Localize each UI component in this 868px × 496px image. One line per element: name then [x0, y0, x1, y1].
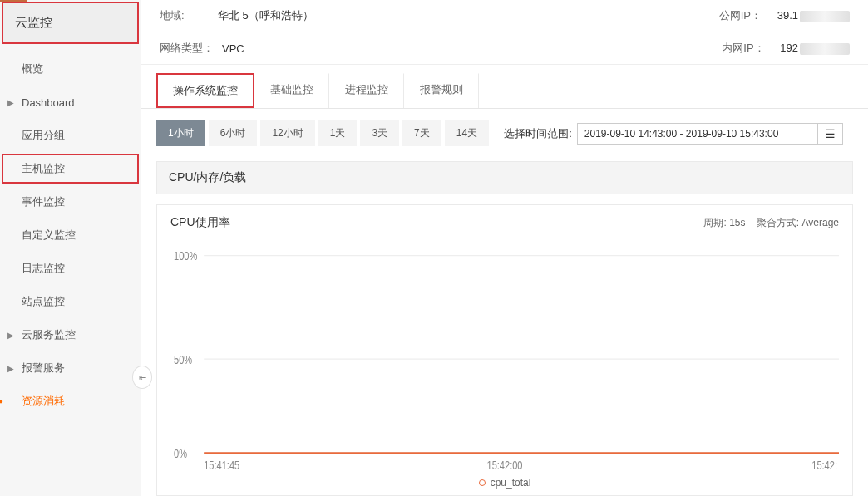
sidebar-item-alarm[interactable]: ▶ 报警服务 [0, 351, 141, 385]
chart-legend: cpu_total [170, 472, 839, 489]
sidebar-collapse-icon[interactable]: ⇤ [132, 366, 152, 389]
range-3d[interactable]: 3天 [360, 120, 399, 146]
sidebar-item-appgroup[interactable]: ▶ 应用分组 [0, 119, 141, 152]
sidebar-item-label: 应用分组 [22, 128, 65, 143]
legend-dot-icon [479, 479, 486, 486]
public-ip-value: 39.1 [777, 9, 850, 22]
network-value: VPC [222, 42, 244, 55]
redacted-block [800, 43, 850, 55]
caret-icon: ▶ [7, 98, 15, 107]
time-range-controls: 1小时 6小时 12小时 1天 3天 7天 14天 选择时间范围: ☰ [141, 109, 868, 153]
sidebar-item-log[interactable]: ▶ 日志监控 [0, 252, 141, 285]
redacted-block [800, 11, 850, 22]
sidebar-item-host-monitor[interactable]: ▶ 主机监控 [0, 152, 141, 185]
caret-icon: ▶ [7, 331, 15, 340]
range-12h[interactable]: 12小时 [260, 120, 314, 146]
legend-label: cpu_total [491, 477, 531, 489]
region-value: 华北 5（呼和浩特） [218, 8, 313, 23]
public-ip-label: 公网IP： [719, 8, 769, 23]
caret-icon: ▶ [7, 364, 15, 373]
network-label: 网络类型： [160, 41, 214, 56]
range-7d[interactable]: 7天 [402, 120, 441, 146]
tab-basic-monitor[interactable]: 基础监控 [254, 73, 329, 108]
sidebar-title: 云监控 [2, 2, 139, 44]
sidebar-item-site[interactable]: ▶ 站点监控 [0, 285, 141, 318]
range-6h[interactable]: 6小时 [209, 120, 258, 146]
private-ip-label: 内网IP： [722, 41, 772, 56]
chart-card: CPU使用率 周期: 15s 聚合方式: Average 100% 50% 0% [156, 204, 853, 496]
ytick-50: 50% [174, 352, 192, 366]
ytick-100: 100% [174, 248, 197, 263]
private-ip-value: 192 [780, 42, 850, 55]
ytick-0: 0% [174, 446, 187, 460]
xtick-0: 15:41:45 [204, 458, 239, 472]
tab-os-monitor[interactable]: 操作系统监控 [156, 73, 254, 108]
section-title: CPU/内存/负载 [156, 161, 853, 194]
range-14d[interactable]: 14天 [445, 120, 489, 146]
range-1d[interactable]: 1天 [318, 120, 358, 146]
sidebar-item-label: 报警服务 [22, 361, 65, 376]
sidebar-item-label: 站点监控 [22, 294, 65, 309]
sidebar: 云监控 ▶ 概览 ▶ Dashboard ▶ 应用分组 ▶ 主机监控 ▶ 事件监… [0, 0, 141, 496]
time-picker-input[interactable] [577, 123, 818, 145]
sidebar-item-resource[interactable]: ▶ 资源消耗 [0, 385, 141, 418]
sidebar-item-overview[interactable]: ▶ 概览 [0, 52, 141, 86]
instance-info: 地域: 华北 5（呼和浩特） 公网IP： 39.1 网络类型： VPC 内网IP… [141, 0, 868, 65]
chart-meta: 周期: 15s 聚合方式: Average [703, 216, 839, 230]
sidebar-item-event[interactable]: ▶ 事件监控 [0, 185, 141, 219]
tab-process-monitor[interactable]: 进程监控 [329, 73, 404, 108]
chart-area: 100% 50% 0% 15:41:45 15:42:00 15:42: [170, 237, 839, 472]
sidebar-item-custom[interactable]: ▶ 自定义监控 [0, 219, 141, 252]
range-1h[interactable]: 1小时 [156, 120, 205, 146]
tab-alarm-rules[interactable]: 报警规则 [404, 73, 479, 108]
sidebar-item-label: 主机监控 [22, 161, 65, 176]
xtick-1: 15:42:00 [487, 458, 523, 472]
region-label: 地域: [160, 8, 210, 23]
sidebar-item-label: 自定义监控 [22, 228, 76, 243]
sidebar-list: ▶ 概览 ▶ Dashboard ▶ 应用分组 ▶ 主机监控 ▶ 事件监控 ▶ … [0, 46, 141, 418]
xtick-2: 15:42: [811, 458, 837, 472]
chart-svg: 100% 50% 0% 15:41:45 15:42:00 15:42: [170, 237, 839, 472]
sidebar-item-dashboard[interactable]: ▶ Dashboard [0, 86, 141, 119]
chart-title: CPU使用率 [170, 215, 230, 230]
sidebar-item-label: 事件监控 [22, 194, 65, 209]
main-content: 地域: 华北 5（呼和浩特） 公网IP： 39.1 网络类型： VPC 内网IP… [141, 0, 868, 496]
top-accent [0, 0, 27, 2]
sidebar-item-label: 概览 [22, 61, 43, 76]
monitor-tabs: 操作系统监控 基础监控 进程监控 报警规则 [141, 73, 868, 109]
sidebar-item-label: 资源消耗 [22, 394, 65, 409]
sidebar-item-label: 日志监控 [22, 261, 65, 276]
sidebar-item-cloudsvc[interactable]: ▶ 云服务监控 [0, 318, 141, 351]
sidebar-item-label: Dashboard [22, 96, 75, 109]
time-picker-label: 选择时间范围: [504, 126, 572, 141]
calendar-icon[interactable]: ☰ [817, 123, 843, 145]
sidebar-item-label: 云服务监控 [22, 327, 76, 342]
